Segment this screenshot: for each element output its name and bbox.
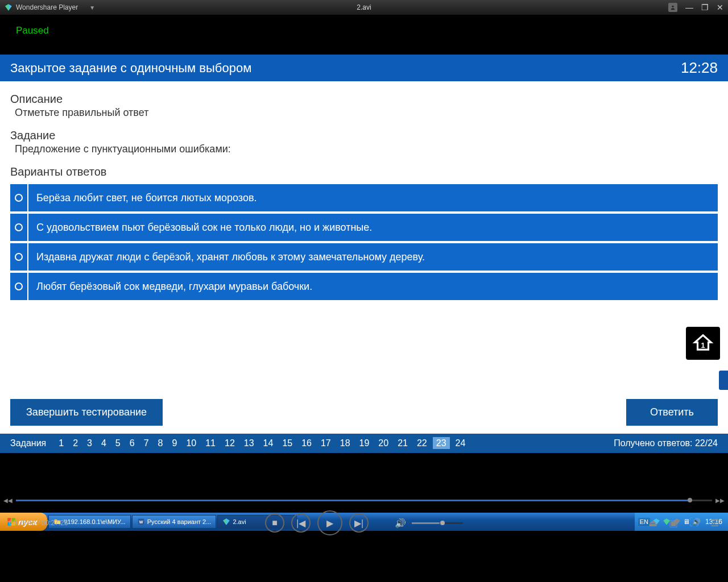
options-label: Варианты ответов xyxy=(10,165,718,178)
status-row: Paused xyxy=(0,15,728,55)
question-number[interactable]: 5 xyxy=(112,437,124,449)
radio-indicator xyxy=(10,184,28,211)
upload-badge[interactable]: 1 xyxy=(686,327,720,360)
test-header: Закрытое задание с одиночным выбором 12:… xyxy=(0,55,728,81)
question-number[interactable]: 20 xyxy=(375,437,392,449)
answer-button[interactable]: Ответить xyxy=(626,399,718,426)
maximize-button[interactable]: ❐ xyxy=(701,3,709,12)
fullscreen-icon[interactable]: ⛶ xyxy=(689,517,699,529)
question-number[interactable]: 7 xyxy=(140,437,152,449)
app-name: Wondershare Player xyxy=(16,3,78,11)
question-number[interactable]: 16 xyxy=(298,437,315,449)
finish-test-button[interactable]: Завершить тестирование xyxy=(10,399,163,426)
question-number[interactable]: 8 xyxy=(155,437,167,449)
prev-button[interactable]: |◀ xyxy=(291,513,311,533)
score-label: Получено ответов: 22/24 xyxy=(614,438,718,448)
minimize-button[interactable]: — xyxy=(685,3,693,12)
question-number[interactable]: 6 xyxy=(126,437,138,449)
wondershare-logo-icon xyxy=(5,3,13,11)
radio-indicator xyxy=(10,273,28,300)
option-text: Любят берёзовый сок медведи, глухари мур… xyxy=(28,273,718,300)
answer-option[interactable]: Издавна дружат люди с берёзой, хранят лю… xyxy=(10,243,718,271)
paused-label: Paused xyxy=(16,25,49,36)
seek-back-icon[interactable]: ◀◀ xyxy=(3,497,13,504)
timecode: 00:26:48 / 00:27:23 xyxy=(9,519,68,527)
svg-marker-1 xyxy=(5,4,9,11)
task-label: Задание xyxy=(10,129,718,142)
task-text: Предложение с пунктуационными ошибками: xyxy=(10,143,718,155)
titlebar: Wondershare Player ▼ 2.avi — ❐ ✕ xyxy=(0,0,728,15)
question-number[interactable]: 11 xyxy=(202,437,219,449)
question-number[interactable]: 10 xyxy=(183,437,200,449)
question-number[interactable]: 2 xyxy=(69,437,81,449)
side-tab[interactable] xyxy=(719,371,728,390)
question-nav-label: Задания xyxy=(10,438,46,448)
question-number[interactable]: 19 xyxy=(356,437,373,449)
user-icon[interactable] xyxy=(668,3,677,12)
seek-bar[interactable] xyxy=(16,500,712,501)
stop-button[interactable]: ■ xyxy=(265,513,284,533)
seek-fwd-icon[interactable]: ▶▶ xyxy=(715,497,725,504)
task-title: Закрытое задание с одиночным выбором xyxy=(10,61,251,76)
question-number[interactable]: 21 xyxy=(394,437,411,449)
svg-text:1: 1 xyxy=(701,342,705,350)
question-number[interactable]: 15 xyxy=(279,437,296,449)
volume-slider[interactable] xyxy=(412,522,463,524)
answer-option[interactable]: Любят берёзовый сок медведи, глухари мур… xyxy=(10,273,718,300)
snapshot-icon[interactable]: ▣ xyxy=(669,517,678,529)
question-number[interactable]: 22 xyxy=(413,437,431,449)
question-nav: Задания 12345678910111213141516171819202… xyxy=(0,434,728,453)
option-text: С удовольствием пьют берёзовый сок не то… xyxy=(28,214,718,241)
dropdown-icon[interactable]: ▼ xyxy=(89,5,95,11)
question-number[interactable]: 18 xyxy=(337,437,354,449)
next-button[interactable]: ▶| xyxy=(349,513,369,533)
svg-point-2 xyxy=(672,6,673,7)
answer-option[interactable]: С удовольствием пьют берёзовый сок не то… xyxy=(10,214,718,241)
question-number[interactable]: 17 xyxy=(317,437,334,449)
answer-option[interactable]: Берёза любит свет, не боится лютых мороз… xyxy=(10,184,718,211)
play-button[interactable]: ▶ xyxy=(317,510,342,535)
option-text: Берёза любит свет, не боится лютых мороз… xyxy=(28,184,718,211)
question-number[interactable]: 9 xyxy=(168,437,180,449)
question-number[interactable]: 1 xyxy=(55,437,67,449)
question-number[interactable]: 12 xyxy=(221,437,238,449)
radio-indicator xyxy=(10,214,28,241)
question-number[interactable]: 24 xyxy=(452,437,469,449)
volume-icon[interactable]: 🔊 xyxy=(395,518,406,529)
video-frame: Закрытое задание с одиночным выбором 12:… xyxy=(0,55,728,453)
file-title: 2.avi xyxy=(357,3,371,11)
close-button[interactable]: ✕ xyxy=(717,3,723,12)
question-number[interactable]: 4 xyxy=(98,437,110,449)
question-number[interactable]: 13 xyxy=(241,437,258,449)
question-number[interactable]: 23 xyxy=(433,437,450,449)
player-controls: ◀◀ ▶▶ 00:26:48 / 00:27:23 ■ |◀ ▶ ▶| 🔊 ⏏ … xyxy=(0,453,728,513)
timer: 12:28 xyxy=(681,59,718,77)
radio-indicator xyxy=(10,243,28,271)
eject-icon[interactable]: ⏏ xyxy=(648,517,657,529)
question-number[interactable]: 14 xyxy=(260,437,277,449)
description-text: Отметьте правильный ответ xyxy=(10,107,718,119)
playlist-icon[interactable]: ☰ xyxy=(710,517,719,529)
upload-home-icon: 1 xyxy=(692,332,714,354)
description-label: Описание xyxy=(10,93,718,106)
option-text: Издавна дружат люди с берёзой, хранят лю… xyxy=(28,243,718,271)
question-number[interactable]: 3 xyxy=(84,437,96,449)
